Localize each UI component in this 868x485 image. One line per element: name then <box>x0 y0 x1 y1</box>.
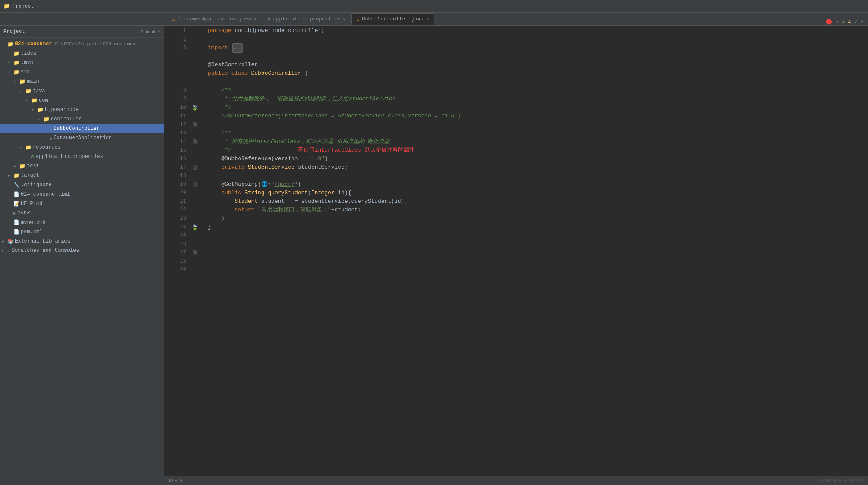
tree-item-java[interactable]: ▾ 📁 java <box>0 86 164 96</box>
tab-consumer-application[interactable]: ☕ ConsumerApplication.java ✕ <box>167 13 262 25</box>
comment-end14: */ <box>225 103 231 112</box>
tree-label: bjpowernode <box>45 107 79 113</box>
mvnwcmd-file-icon: 📄 <box>13 219 20 226</box>
tree-label: Scratches and Consoles <box>12 248 79 254</box>
md-file-icon: 📝 <box>13 201 20 207</box>
gutter-7 <box>190 78 199 86</box>
tree-item-scratches[interactable]: ▶ ✏ Scratches and Consoles <box>0 246 164 255</box>
fold-gutter-icon[interactable]: − <box>193 165 196 170</box>
tree-item-src[interactable]: ▾ 📁 src <box>0 67 164 77</box>
tree-item-bjpowernode[interactable]: ▾ 📁 bjpowernode <box>0 105 164 114</box>
tab-label-active: DubboController.java <box>362 16 424 22</box>
tree-item-test[interactable]: ▶ 📁 test <box>0 161 164 171</box>
java-file-icon: ☕ <box>49 126 52 132</box>
tree-label: 024-consumer <box>15 41 52 47</box>
gutter-14-fold[interactable]: − <box>190 137 199 146</box>
tree-item-idea[interactable]: ▾ 📁 .idea <box>0 49 164 58</box>
layout-icon[interactable]: ⊟ <box>146 28 149 35</box>
tree-item-com[interactable]: ▾ 📁 com <box>0 96 164 105</box>
arrow-icon: ▶ <box>2 248 6 253</box>
gutter-15 <box>190 146 199 155</box>
folder-icon: 📁 <box>31 97 38 104</box>
title-bar: 📁 Project ▾ <box>0 0 868 13</box>
error-count: 🔴 5 <box>826 19 838 25</box>
arrow-icon: ▾ <box>8 70 12 75</box>
tab-dubbo-controller[interactable]: ☕ DubboController.java ✕ <box>351 13 435 25</box>
arrow-icon: ▾ <box>8 51 12 56</box>
folder-icon: 📁 <box>7 41 14 47</box>
tree-item-mvn[interactable]: ▾ 📁 .mvn <box>0 58 164 67</box>
tree-item-root[interactable]: ▾ 📁 024-consumer E:\IDEA\Projects\024-co… <box>0 39 164 49</box>
tree-item-controller[interactable]: ▾ 📁 controller <box>0 114 164 124</box>
gutter-3 <box>190 44 199 52</box>
fold-gutter-icon[interactable]: − <box>193 182 196 187</box>
title-bar-left: 📁 Project ▾ <box>3 3 39 9</box>
kw-private: private <box>221 163 245 172</box>
tree-item-appprops[interactable]: ⚙ application.properties <box>0 152 164 161</box>
gutter-23 <box>190 214 199 223</box>
gear-icon[interactable]: ⚙ <box>140 28 143 35</box>
tree-label: mvnw <box>18 210 30 216</box>
tree-item-consumerapplication[interactable]: ☕ ConsumerApplication <box>0 133 164 143</box>
gutter-19-fold[interactable]: − <box>190 180 199 189</box>
dropdown-v: ▾ <box>268 180 271 189</box>
tree-item-iml[interactable]: 📄 024-consumer.iml <box>0 190 164 199</box>
gutter-2 <box>190 35 199 44</box>
tree-item-external-libs[interactable]: ▶ 📚 External Libraries <box>0 237 164 246</box>
folder-src-icon: 📁 <box>13 69 20 76</box>
code-line-26: return "调用远程接口，获取对象："+student; <box>208 206 868 214</box>
folder-java-icon: 📁 <box>25 88 32 94</box>
gutter-27-fold[interactable]: − <box>190 248 199 257</box>
tree-item-mvnwcmd[interactable]: 📄 mvnw.cmd <box>0 218 164 227</box>
str-return: "调用远程接口，获取对象：" <box>258 206 331 214</box>
line-num-24: 24 <box>164 223 190 231</box>
code-line-28: } <box>208 223 868 231</box>
tab-close-icon[interactable]: ✕ <box>254 17 256 22</box>
line-num-28: 28 <box>164 257 190 266</box>
editor-area: 1 2 3 4 5 6 7 8 9 10 11 12 13 14 15 16 1… <box>164 26 868 485</box>
fold-gutter-icon[interactable]: − <box>193 139 196 144</box>
line-num-1: 1 <box>164 26 190 35</box>
tree-label: .idea <box>21 50 36 56</box>
line-num-29: 29 <box>164 266 190 274</box>
arrow-icon: ▾ <box>20 145 24 150</box>
gutter-24-spring: 🍃 <box>190 223 199 231</box>
gutter-12-fold[interactable]: − <box>190 120 199 129</box>
tree-item-dubbocontroller[interactable]: ☕ DubboController <box>0 124 164 133</box>
fold-gutter-icon[interactable]: − <box>193 250 196 255</box>
code-line-11 <box>208 78 868 86</box>
tree-item-pomxml[interactable]: 📄 pom.xml <box>0 227 164 237</box>
tree-item-helpmd[interactable]: 📝 HELP.md <box>0 199 164 208</box>
tree-item-main[interactable]: ▾ 📁 main <box>0 77 164 86</box>
arrow-icon: ▶ <box>8 173 12 178</box>
tab-application-properties[interactable]: ⚙ application.properties ✕ <box>262 13 351 25</box>
tree-item-target[interactable]: ▶ 📁 target <box>0 171 164 180</box>
code-editor[interactable]: package com.bjpowernode.controller; impo… <box>199 26 868 476</box>
project-dropdown-icon[interactable]: ▾ <box>36 4 39 9</box>
watermark: CSDN @KK-Greyson <box>818 478 864 483</box>
fold-gutter-icon[interactable]: − <box>193 122 196 127</box>
class-student: Student <box>234 197 258 206</box>
str-query: "/query" <box>271 180 298 189</box>
tree-item-gitignore[interactable]: 🔧 .gitignore <box>0 180 164 190</box>
collapse-icon[interactable]: ⊞ <box>152 28 155 35</box>
tab-close-icon[interactable]: ✕ <box>343 17 346 22</box>
line-num-13: 13 <box>164 129 190 137</box>
tree-label: src <box>21 69 30 75</box>
gutter-20 <box>190 189 199 197</box>
fold-import-icon[interactable]: ... <box>232 43 243 53</box>
code-line-25: Student student = studentService.querySt… <box>208 197 868 206</box>
tab-close-active-icon[interactable]: ✕ <box>426 17 429 22</box>
gutter-17-fold[interactable]: − <box>190 163 199 172</box>
code-line-13: * 引用远程服务， 把创建好的代理对象，注入给studentService <box>208 95 868 103</box>
spring-icon-2: 🍃 <box>192 224 198 231</box>
tree-item-mvnw[interactable]: ▶ mvnw <box>0 208 164 218</box>
arrow-icon: ▾ <box>14 79 18 84</box>
close-sidebar-icon[interactable]: ✕ <box>158 28 161 35</box>
tree-item-resources[interactable]: ▾ 📁 resources <box>0 143 164 152</box>
line-num-14: 14 <box>164 137 190 146</box>
code-line-1: package com.bjpowernode.controller; <box>208 26 868 35</box>
line-num-17: 17 <box>164 163 190 172</box>
code-line-8 <box>208 52 868 61</box>
tree-label: DubboController <box>53 126 99 131</box>
